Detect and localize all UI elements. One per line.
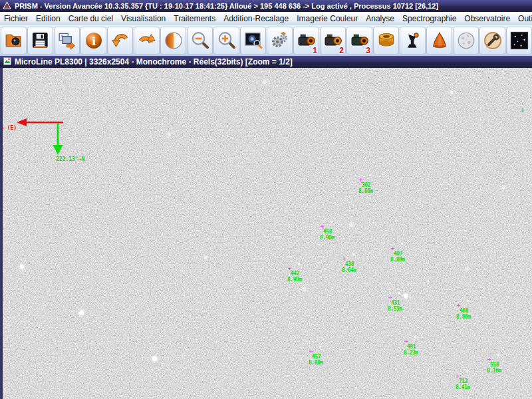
half-circle-threshold-icon [164, 31, 184, 51]
star-id: 438 [345, 261, 356, 267]
menu-observatoire[interactable]: Observatoire [460, 13, 514, 25]
menu-edition[interactable]: Edition [32, 13, 65, 25]
field-star [263, 80, 267, 84]
star-dot [414, 336, 416, 338]
star-id: 458 [323, 229, 334, 235]
camera-2-badge: 2 [339, 46, 344, 55]
observatory-dome-button[interactable] [426, 27, 452, 55]
image-info-button[interactable]: i [80, 27, 106, 55]
star-annotation: +4578.80m [312, 354, 323, 366]
star-marker-icon: + [342, 255, 346, 262]
zoom-out-icon [190, 31, 210, 51]
star-annotation: +5588.16m [490, 362, 501, 374]
screen-magnifier-icon [243, 31, 263, 51]
tools-wrench-button[interactable] [479, 27, 505, 55]
north-arrow-head [53, 145, 63, 155]
moon-icon [456, 31, 476, 51]
star-dot [369, 174, 371, 176]
moon-ephemeris-button[interactable] [453, 27, 479, 55]
star-magnitude: 8.66m [358, 188, 373, 194]
telescope-mount-button[interactable] [400, 27, 426, 55]
star-magnitude: 8.16m [487, 368, 501, 374]
star-marker-icon: + [359, 176, 362, 183]
star-magnitude: 8.23m [404, 350, 418, 356]
field-star [350, 223, 353, 227]
field-star [79, 311, 84, 315]
full-view-button[interactable] [240, 27, 266, 55]
menu-fichier[interactable]: Fichier [0, 13, 32, 25]
star-id: 442 [291, 271, 302, 277]
filter-wheel-button[interactable] [373, 27, 399, 55]
open-folder-icon [4, 31, 24, 51]
star-marker-icon: + [321, 223, 324, 229]
star-marker-icon: + [456, 372, 460, 379]
star-annotation: +4428.90m [291, 271, 302, 283]
open-image-button[interactable] [1, 27, 27, 55]
star-marker-icon: + [388, 294, 392, 301]
star-annotation: +4818.23m [407, 344, 418, 356]
star-annotation: +4318.53m [391, 300, 402, 312]
star-magnitude: 8.80m [309, 360, 323, 366]
star-marker-icon: + [309, 348, 313, 354]
undo-arrow-icon [110, 31, 130, 51]
star-id: 407 [394, 251, 405, 257]
menu-traitements[interactable]: Traitements [170, 13, 219, 25]
menu-spectrographie[interactable]: Spectrographie [398, 13, 460, 25]
batch-convert-button[interactable] [54, 27, 80, 55]
zoom-in-button[interactable] [213, 27, 239, 55]
star-id: 362 [362, 182, 373, 188]
camera-3-button[interactable]: 3 [346, 27, 372, 55]
star-marker-icon: + [457, 302, 460, 309]
image-window-title-bar[interactable]: MicroLine PL8300 | 3326x2504 - Monochrom… [0, 56, 532, 68]
star-dot [401, 243, 403, 245]
menu-addition-recalage[interactable]: Addition-Recalage [219, 13, 293, 25]
ccd-image-viewport[interactable]: → (E) 222.13°→N + +3628.66m+4588.90m+407… [0, 68, 532, 399]
field-star [404, 294, 408, 298]
star-marker-icon: + [487, 356, 491, 362]
star-id: 468 [460, 308, 471, 314]
camera-2-button[interactable]: 2 [320, 27, 346, 55]
field-star [450, 91, 453, 94]
menu-imagerie-couleur[interactable]: Imagerie Couleur [293, 13, 362, 25]
star-annotation: +4388.64m [345, 261, 356, 273]
camera-1-badge: 1 [313, 46, 317, 55]
zoom-out-button[interactable] [187, 27, 213, 55]
deep-sky-image-button[interactable] [506, 27, 532, 55]
edge-star-marker-icon: + [521, 106, 524, 113]
save-image-button[interactable] [27, 27, 53, 55]
menu-carte-du-ciel[interactable]: Carte du ciel [65, 13, 117, 25]
star-id: 558 [490, 362, 501, 368]
field-star [502, 186, 505, 189]
star-dot [398, 292, 400, 294]
field-star [168, 133, 170, 136]
star-magnitude: 8.53m [388, 306, 402, 312]
redo-arrow-icon [137, 31, 157, 51]
star-magnitude: 8.41m [456, 384, 470, 390]
east-arrow-head [17, 118, 27, 126]
star-dot [352, 253, 354, 255]
menu-analyse[interactable]: Analyse [362, 13, 398, 25]
star-id: 431 [391, 300, 402, 306]
star-magnitude: 8.90m [287, 277, 302, 283]
camera-1-button[interactable]: 1 [293, 27, 319, 55]
processing-gears-button[interactable] [267, 27, 293, 55]
star-annotation: +4688.86m [460, 308, 471, 320]
undo-button[interactable] [107, 27, 133, 55]
dome-icon [430, 31, 450, 51]
camera-3-badge: 3 [366, 46, 370, 55]
star-magnitude: 8.88m [390, 257, 405, 263]
prism-logo-icon [3, 1, 11, 11]
star-annotation: +7128.41m [459, 378, 470, 390]
menu-visualisation[interactable]: Visualisation [117, 13, 170, 25]
window-left-border [0, 68, 3, 399]
star-magnitude: 8.64m [342, 267, 356, 273]
menu-outils[interactable]: Outils [514, 13, 532, 25]
star-magnitude: 8.90m [320, 235, 334, 241]
star-marker-icon: + [404, 338, 408, 344]
redo-button[interactable] [134, 27, 160, 55]
star-magnitude: 8.86m [456, 314, 471, 320]
star-marker-icon: + [391, 245, 394, 251]
star-dot [298, 263, 300, 265]
visu-thresholds-button[interactable] [160, 27, 186, 55]
star-id: 481 [407, 344, 418, 350]
